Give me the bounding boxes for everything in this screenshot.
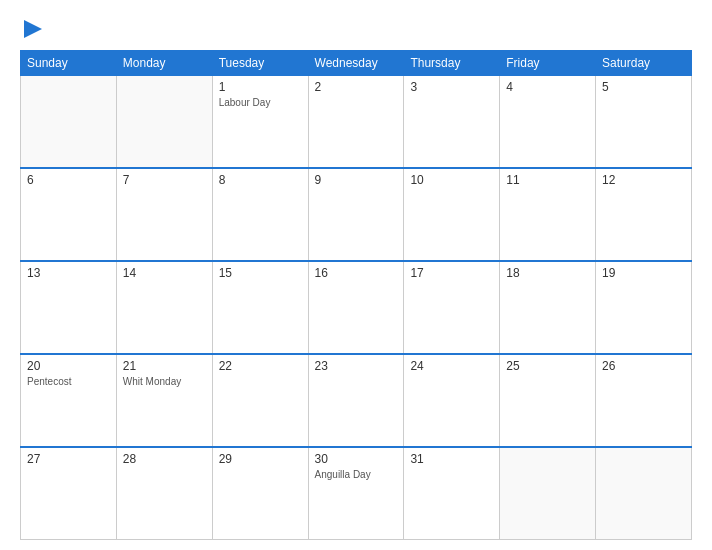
calendar-cell: 20Pentecost [21, 354, 117, 447]
day-number: 23 [315, 359, 398, 373]
day-number: 8 [219, 173, 302, 187]
calendar-cell: 26 [596, 354, 692, 447]
calendar-cell [596, 447, 692, 540]
calendar-cell: 11 [500, 168, 596, 261]
week-row-4: 27282930Anguilla Day31 [21, 447, 692, 540]
weekday-header-thursday: Thursday [404, 51, 500, 76]
calendar-cell: 12 [596, 168, 692, 261]
day-number: 10 [410, 173, 493, 187]
weekday-header-tuesday: Tuesday [212, 51, 308, 76]
calendar-cell: 15 [212, 261, 308, 354]
calendar-cell: 21Whit Monday [116, 354, 212, 447]
holiday-label: Whit Monday [123, 375, 206, 388]
day-number: 2 [315, 80, 398, 94]
header [20, 18, 692, 40]
calendar-cell: 30Anguilla Day [308, 447, 404, 540]
day-number: 14 [123, 266, 206, 280]
day-number: 20 [27, 359, 110, 373]
day-number: 25 [506, 359, 589, 373]
day-number: 4 [506, 80, 589, 94]
calendar-cell: 2 [308, 76, 404, 169]
holiday-label: Anguilla Day [315, 468, 398, 481]
calendar-cell: 3 [404, 76, 500, 169]
day-number: 12 [602, 173, 685, 187]
calendar-cell: 5 [596, 76, 692, 169]
week-row-3: 20Pentecost21Whit Monday2223242526 [21, 354, 692, 447]
day-number: 24 [410, 359, 493, 373]
calendar-cell: 25 [500, 354, 596, 447]
calendar-cell [21, 76, 117, 169]
day-number: 3 [410, 80, 493, 94]
calendar-cell: 4 [500, 76, 596, 169]
day-number: 29 [219, 452, 302, 466]
calendar-cell: 24 [404, 354, 500, 447]
calendar-cell: 13 [21, 261, 117, 354]
day-number: 28 [123, 452, 206, 466]
calendar-cell: 6 [21, 168, 117, 261]
calendar-cell: 16 [308, 261, 404, 354]
calendar-cell: 8 [212, 168, 308, 261]
calendar-cell: 7 [116, 168, 212, 261]
day-number: 30 [315, 452, 398, 466]
day-number: 26 [602, 359, 685, 373]
day-number: 11 [506, 173, 589, 187]
weekday-header-row: SundayMondayTuesdayWednesdayThursdayFrid… [21, 51, 692, 76]
logo-flag-icon [22, 18, 44, 40]
day-number: 1 [219, 80, 302, 94]
week-row-0: 1Labour Day2345 [21, 76, 692, 169]
holiday-label: Labour Day [219, 96, 302, 109]
calendar-cell: 9 [308, 168, 404, 261]
page: SundayMondayTuesdayWednesdayThursdayFrid… [0, 0, 712, 550]
calendar-cell: 22 [212, 354, 308, 447]
week-row-1: 6789101112 [21, 168, 692, 261]
calendar-table: SundayMondayTuesdayWednesdayThursdayFrid… [20, 50, 692, 540]
day-number: 9 [315, 173, 398, 187]
calendar-cell: 17 [404, 261, 500, 354]
day-number: 16 [315, 266, 398, 280]
week-row-2: 13141516171819 [21, 261, 692, 354]
calendar-cell: 14 [116, 261, 212, 354]
weekday-header-monday: Monday [116, 51, 212, 76]
calendar-cell: 10 [404, 168, 500, 261]
svg-marker-0 [24, 20, 42, 38]
calendar-cell [500, 447, 596, 540]
calendar-cell: 27 [21, 447, 117, 540]
day-number: 7 [123, 173, 206, 187]
day-number: 5 [602, 80, 685, 94]
day-number: 27 [27, 452, 110, 466]
day-number: 17 [410, 266, 493, 280]
day-number: 31 [410, 452, 493, 466]
calendar-cell: 1Labour Day [212, 76, 308, 169]
day-number: 22 [219, 359, 302, 373]
calendar-cell: 31 [404, 447, 500, 540]
calendar-cell [116, 76, 212, 169]
weekday-header-wednesday: Wednesday [308, 51, 404, 76]
calendar-cell: 29 [212, 447, 308, 540]
day-number: 6 [27, 173, 110, 187]
calendar-cell: 18 [500, 261, 596, 354]
logo [20, 18, 44, 40]
calendar-cell: 23 [308, 354, 404, 447]
weekday-header-sunday: Sunday [21, 51, 117, 76]
day-number: 18 [506, 266, 589, 280]
day-number: 21 [123, 359, 206, 373]
day-number: 15 [219, 266, 302, 280]
calendar-cell: 28 [116, 447, 212, 540]
weekday-header-saturday: Saturday [596, 51, 692, 76]
holiday-label: Pentecost [27, 375, 110, 388]
day-number: 13 [27, 266, 110, 280]
day-number: 19 [602, 266, 685, 280]
weekday-header-friday: Friday [500, 51, 596, 76]
calendar-cell: 19 [596, 261, 692, 354]
